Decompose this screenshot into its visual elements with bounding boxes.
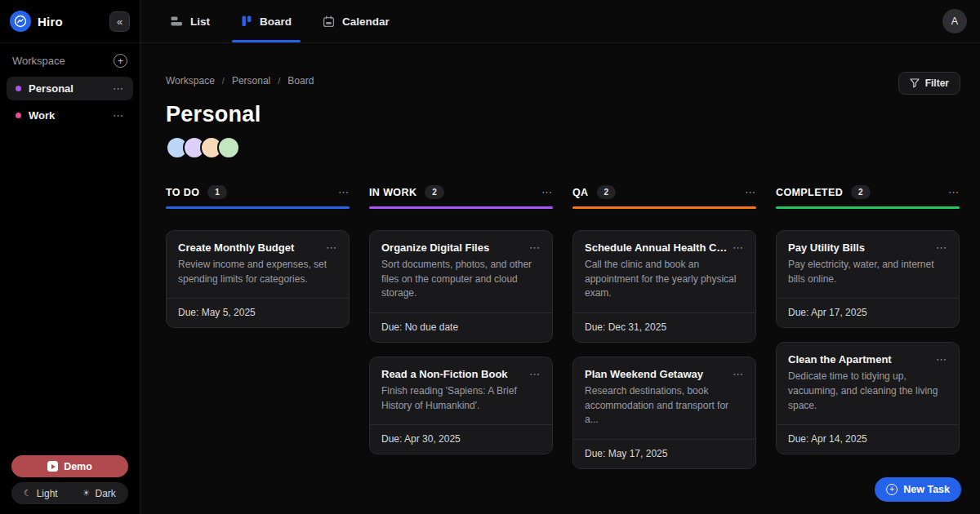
task-title: Create Monthly Budget bbox=[178, 241, 321, 254]
filter-button-label: Filter bbox=[925, 78, 949, 89]
column-title: COMPLETED bbox=[776, 187, 843, 198]
task-title: Schedule Annual Health Checkup bbox=[585, 241, 728, 254]
task-menu-icon[interactable]: ⋯ bbox=[936, 241, 947, 254]
breadcrumb-personal[interactable]: Personal bbox=[232, 75, 270, 86]
brand-name: Hiro bbox=[38, 15, 63, 29]
member-avatar bbox=[217, 136, 240, 159]
breadcrumb: Workspace / Personal / Board bbox=[166, 72, 314, 86]
task-due-date: Due: No due date bbox=[370, 312, 552, 342]
user-avatar-initial: A bbox=[951, 16, 958, 27]
task-title: Organize Digital Files bbox=[381, 241, 524, 254]
add-workspace-button[interactable]: + bbox=[114, 54, 127, 68]
active-tab-underline bbox=[232, 40, 301, 42]
kanban-board-icon bbox=[241, 16, 252, 27]
new-task-button[interactable]: + New Task bbox=[875, 477, 961, 502]
demo-button[interactable]: Demo bbox=[11, 455, 128, 477]
task-menu-icon[interactable]: ⋯ bbox=[936, 353, 947, 366]
column-menu-icon[interactable]: ⋯ bbox=[338, 186, 350, 198]
sidebar: Hiro « Workspace + Personal ⋯ Work ⋯ Dem… bbox=[0, 0, 140, 514]
task-card[interactable]: Read a Non-Fiction Book ⋯ Finish reading… bbox=[369, 357, 553, 454]
task-card[interactable]: Organize Digital Files ⋯ Sort documents,… bbox=[369, 230, 553, 343]
theme-dark-label: Dark bbox=[96, 488, 116, 499]
column-completed: COMPLETED 2 ⋯ Pay Utility Bills ⋯ Pay el… bbox=[776, 185, 960, 469]
task-card[interactable]: Plan Weekend Getaway ⋯ Research destinat… bbox=[572, 357, 756, 469]
tab-calendar-label: Calendar bbox=[342, 16, 390, 28]
task-due-date: Due: May 17, 2025 bbox=[573, 439, 755, 468]
funnel-icon bbox=[910, 78, 920, 88]
tab-board-label: Board bbox=[260, 16, 292, 28]
plus-circle-icon: + bbox=[886, 484, 898, 495]
column-title: TO DO bbox=[166, 187, 199, 198]
sidebar-item-personal[interactable]: Personal ⋯ bbox=[7, 77, 133, 100]
task-description: Review income and expenses, set spending… bbox=[178, 258, 337, 286]
page-title: Personal bbox=[166, 102, 960, 127]
workspace-section: Workspace + Personal ⋯ Work ⋯ bbox=[0, 43, 140, 127]
task-menu-icon[interactable]: ⋯ bbox=[529, 241, 541, 254]
chevrons-left-icon: « bbox=[117, 16, 122, 28]
sidebar-footer: Demo ☾ Light ☀ Dark bbox=[0, 455, 140, 514]
tab-list-label: List bbox=[190, 16, 210, 28]
column-title: IN WORK bbox=[369, 187, 416, 198]
sun-icon: ☀ bbox=[82, 488, 91, 498]
task-description: Research destinations, book accommodatio… bbox=[585, 384, 744, 428]
task-card[interactable]: Create Monthly Budget ⋯ Review income an… bbox=[166, 230, 350, 328]
logo-activity-icon bbox=[10, 11, 31, 32]
column-count-badge: 2 bbox=[425, 185, 444, 199]
task-card[interactable]: Clean the Apartment ⋯ Dedicate time to t… bbox=[776, 342, 960, 454]
theme-dark-option[interactable]: ☀ Dark bbox=[70, 482, 129, 504]
column-menu-icon[interactable]: ⋯ bbox=[948, 186, 960, 198]
task-due-date: Due: May 5, 2025 bbox=[167, 298, 349, 327]
task-description: Call the clinic and book an appointment … bbox=[585, 258, 744, 301]
task-description: Dedicate time to tidying up, vacuuming, … bbox=[788, 370, 947, 413]
app-logo: Hiro bbox=[10, 11, 63, 32]
column-qa: QA 2 ⋯ Schedule Annual Health Checkup ⋯ … bbox=[572, 185, 756, 469]
breadcrumb-workspace[interactable]: Workspace bbox=[166, 75, 215, 86]
member-avatars bbox=[166, 136, 960, 159]
workspace-label: Workspace bbox=[12, 55, 65, 67]
tab-calendar[interactable]: Calendar bbox=[312, 0, 400, 42]
task-menu-icon[interactable]: ⋯ bbox=[529, 368, 541, 380]
breadcrumb-separator: / bbox=[278, 76, 280, 86]
task-title: Read a Non-Fiction Book bbox=[381, 368, 524, 380]
column-count-badge: 2 bbox=[597, 185, 617, 199]
work-menu-icon[interactable]: ⋯ bbox=[113, 109, 124, 122]
column-accent-bar bbox=[572, 206, 756, 209]
task-description: Sort documents, photos, and other files … bbox=[381, 258, 541, 301]
breadcrumb-board[interactable]: Board bbox=[287, 75, 314, 86]
filter-button[interactable]: Filter bbox=[898, 72, 960, 95]
personal-menu-icon[interactable]: ⋯ bbox=[113, 82, 124, 95]
list-icon bbox=[171, 16, 183, 27]
task-due-date: Due: Apr 17, 2025 bbox=[777, 298, 959, 327]
workspace-header: Workspace + bbox=[7, 54, 133, 73]
sidebar-item-work[interactable]: Work ⋯ bbox=[7, 104, 133, 127]
column-accent-bar bbox=[776, 206, 960, 209]
sidebar-collapse-button[interactable]: « bbox=[109, 11, 130, 32]
kanban-board: TO DO 1 ⋯ Create Monthly Budget ⋯ Review… bbox=[166, 185, 960, 469]
column-menu-icon[interactable]: ⋯ bbox=[541, 186, 553, 198]
main-area: List Board Calendar A bbox=[140, 0, 980, 514]
user-avatar[interactable]: A bbox=[942, 9, 967, 33]
theme-light-option[interactable]: ☾ Light bbox=[11, 482, 70, 504]
topbar: List Board Calendar A bbox=[140, 0, 980, 43]
task-title: Clean the Apartment bbox=[788, 353, 931, 366]
task-card[interactable]: Pay Utility Bills ⋯ Pay electricity, wat… bbox=[776, 230, 960, 328]
task-due-date: Due: Apr 14, 2025 bbox=[777, 424, 959, 454]
task-card[interactable]: Schedule Annual Health Checkup ⋯ Call th… bbox=[572, 230, 756, 343]
sidebar-item-label: Personal bbox=[29, 82, 105, 95]
tab-list[interactable]: List bbox=[160, 0, 220, 42]
play-icon bbox=[47, 461, 58, 472]
new-task-label: New Task bbox=[903, 484, 950, 495]
board-content: Workspace / Personal / Board Filter Pers… bbox=[140, 43, 980, 514]
sidebar-item-label: Work bbox=[29, 109, 105, 122]
task-due-date: Due: Dec 31, 2025 bbox=[573, 312, 755, 342]
task-description: Finish reading 'Sapiens: A Brief History… bbox=[381, 384, 541, 413]
tab-board[interactable]: Board bbox=[230, 0, 302, 42]
theme-light-label: Light bbox=[37, 488, 58, 499]
task-menu-icon[interactable]: ⋯ bbox=[326, 241, 337, 254]
column-menu-icon[interactable]: ⋯ bbox=[745, 186, 756, 198]
breadcrumb-separator: / bbox=[222, 76, 225, 86]
task-menu-icon[interactable]: ⋯ bbox=[733, 241, 744, 254]
view-tabs: List Board Calendar bbox=[155, 0, 405, 42]
task-menu-icon[interactable]: ⋯ bbox=[733, 368, 744, 380]
column-accent-bar bbox=[369, 206, 553, 209]
